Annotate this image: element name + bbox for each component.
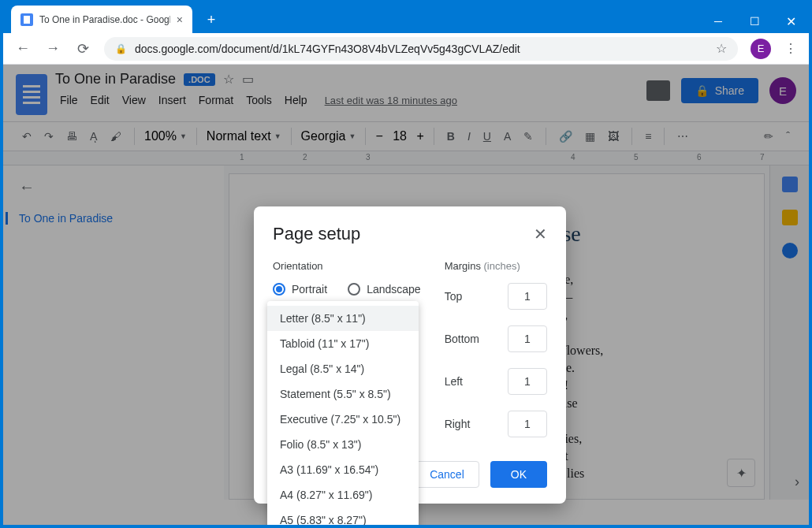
browser-window: To One in Paradise.doc - Google × + ─ ☐ … [3,0,809,525]
dialog-title: Page setup [273,224,360,244]
orientation-label: Orientation [273,260,421,272]
margin-right-label: Right [445,418,471,430]
paper-size-dropdown: Letter (8.5" x 11") Tabloid (11" x 17") … [267,301,419,525]
url-box[interactable]: 🔒 docs.google.com/document/d/1kL74GYFn43… [104,37,738,61]
margin-bottom-input[interactable] [508,325,547,352]
paper-size-option[interactable]: Tabloid (11" x 17") [267,331,419,356]
profile-avatar[interactable]: E [751,39,771,59]
ok-button[interactable]: OK [490,461,547,488]
forward-button[interactable]: → [39,37,66,61]
margin-right-input[interactable] [508,411,547,437]
reload-button[interactable]: ⟳ [69,37,96,61]
paper-size-option[interactable]: Letter (8.5" x 11") [267,306,419,331]
url-text: docs.google.com/document/d/1kL74GYFn43O8… [135,43,708,55]
paper-size-option[interactable]: Folio (8.5" x 13") [267,432,419,457]
new-tab-button[interactable]: + [200,9,222,31]
dialog-close-icon[interactable]: ✕ [534,225,547,244]
radio-portrait[interactable]: Portrait [273,283,327,296]
docs-favicon [20,13,33,26]
radio-dot-icon [348,283,360,296]
window-close-button[interactable]: ✕ [773,9,809,33]
browser-tab[interactable]: To One in Paradise.doc - Google × [11,6,192,33]
paper-size-option[interactable]: Executive (7.25" x 10.5") [267,407,419,432]
margins-section: Margins (inches) Top Bottom Left Right [445,260,547,453]
paper-size-option[interactable]: Statement (5.5" x 8.5") [267,381,419,407]
close-tab-icon[interactable]: × [177,13,183,26]
window-controls: ─ ☐ ✕ [700,9,809,33]
paper-size-option[interactable]: A5 (5.83" x 8.27") [267,508,419,525]
margin-left-input[interactable] [508,368,547,395]
browser-menu-icon[interactable]: ⋮ [779,41,803,56]
margin-bottom-label: Bottom [445,333,479,345]
paper-size-option[interactable]: A4 (8.27" x 11.69") [267,482,419,508]
minimize-button[interactable]: ─ [700,9,736,33]
maximize-button[interactable]: ☐ [736,9,773,33]
margin-top-label: Top [445,290,463,303]
tab-title: To One in Paradise.doc - Google [39,14,170,25]
radio-landscape[interactable]: Landscape [348,283,421,296]
paper-size-option[interactable]: Legal (8.5" x 14") [267,356,419,381]
bookmark-star-icon[interactable]: ☆ [716,41,727,56]
titlebar: To One in Paradise.doc - Google × + ─ ☐ … [3,0,809,33]
margin-top-input[interactable] [508,283,547,310]
cancel-button[interactable]: Cancel [415,461,479,488]
paper-size-option[interactable]: A3 (11.69" x 16.54") [267,457,419,482]
address-bar: ← → ⟳ 🔒 docs.google.com/document/d/1kL74… [3,33,809,65]
margin-left-label: Left [445,375,463,388]
docs-app: To One in Paradise .DOC ☆ ▭ File Edit Vi… [3,65,809,525]
lock-icon: 🔒 [115,43,127,54]
margins-label: Margins (inches) [445,260,547,272]
radio-dot-icon [273,283,285,296]
back-button[interactable]: ← [9,37,36,61]
